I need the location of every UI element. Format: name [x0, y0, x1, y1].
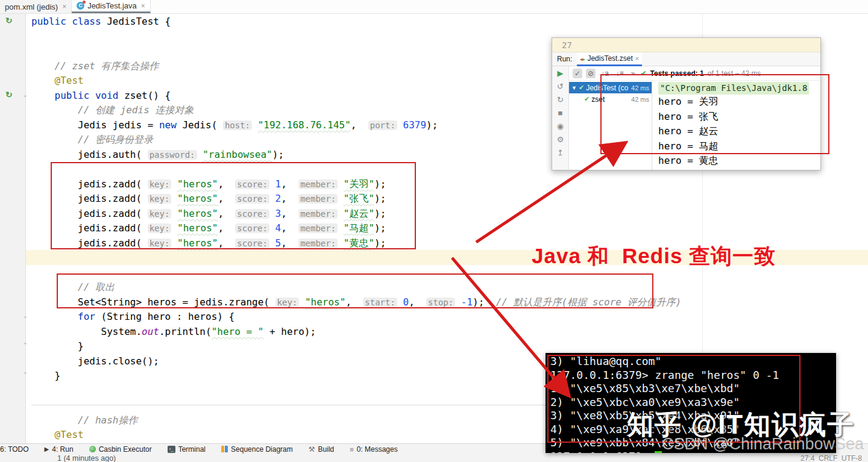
run-config-label: JedisTest.zset: [587, 54, 632, 63]
code-token: // 创建 jedis 连接对象: [31, 104, 193, 116]
statusbar-item-build[interactable]: ⚒Build: [309, 445, 334, 454]
close-icon[interactable]: ×: [141, 2, 145, 10]
stop-icon[interactable]: ■: [558, 108, 563, 118]
test-console[interactable]: "C:\Program Files\Java\jdk1.8 hero = 关羽h…: [652, 81, 820, 170]
fold-marker-icon[interactable]: ⌃: [22, 370, 28, 379]
tab-jedistest-java[interactable]: C JedisTest.java ×: [72, 0, 151, 13]
sequence-icon: [221, 446, 228, 452]
code-token: "rainbowsea": [203, 149, 272, 160]
fold-marker-icon[interactable]: ⌄: [22, 90, 28, 99]
code-token: jedis.zadd(: [31, 193, 148, 204]
console-line: hero = 马超: [658, 139, 820, 154]
console-jdk-path: "C:\Program Files\Java\jdk1.8: [658, 82, 809, 95]
parameter-hint: score:: [235, 223, 269, 233]
statusbar-item-messages[interactable]: ≡0: Messages: [350, 445, 397, 454]
code-token: [171, 208, 177, 219]
statusbar-item-run[interactable]: ▶4: Run: [45, 445, 74, 454]
parameter-hint: score:: [235, 179, 269, 189]
caret-position-encoding: 27:4 CRLF UTF-8: [800, 454, 862, 462]
parameter-hint: key:: [275, 298, 300, 307]
rerun-failed-tests-icon[interactable]: ↺: [557, 81, 564, 92]
code-token: [455, 296, 461, 308]
code-token: [338, 178, 344, 190]
code-token: -1: [461, 296, 473, 308]
sort-alphabetically-icon[interactable]: ↓a: [599, 69, 611, 78]
java-class-icon: C: [77, 2, 84, 10]
code-line: System.out.println("hero = " + hero);: [31, 324, 868, 339]
run-left-toolbar: ▶↺↻■◉⚙↥: [552, 66, 569, 170]
parameter-hint: port:: [368, 120, 397, 130]
code-line: jedis.zadd( key: "heros", score: 2, memb…: [31, 191, 868, 206]
parameter-hint: key:: [148, 239, 172, 248]
code-token: );: [374, 193, 386, 204]
code-token: [269, 237, 275, 249]
console-line: hero = 赵云: [658, 124, 820, 139]
run-icon: ▶: [45, 446, 49, 452]
sort-by-duration-icon[interactable]: ↓≡: [614, 69, 626, 78]
code-token: zset() {: [124, 90, 171, 101]
refresh-icon[interactable]: ↻: [557, 95, 564, 105]
parameter-hint: key:: [148, 223, 172, 233]
statusbar-item-todo[interactable]: 6: TODO: [0, 445, 29, 454]
watermark-csdn: CSDN @ChinaRainbowSea: [662, 435, 864, 454]
parameter-hint: score:: [235, 239, 269, 248]
code-token: // 取出: [31, 281, 115, 293]
test-tree: ▼✔JedisTest (co42 ms✔zset42 ms: [569, 81, 652, 170]
code-token: // hash操作: [31, 414, 138, 426]
statusbar-item-sequence[interactable]: Sequence Diagram: [221, 445, 293, 454]
code-token: ,: [281, 237, 298, 249]
code-token: );: [426, 119, 438, 131]
statusbar-item-terminal[interactable]: ›_Terminal: [168, 445, 206, 454]
casbin-icon: [89, 446, 96, 452]
code-token: // 密码身份登录: [31, 134, 153, 145]
settings-icon[interactable]: ⚙: [557, 134, 564, 145]
code-token: [252, 119, 258, 131]
parameter-hint: host:: [223, 120, 252, 130]
code-token: + hero);: [263, 326, 316, 337]
code-line: jedis.zadd( key: "heros", score: 1, memb…: [31, 176, 868, 192]
fold-marker-icon[interactable]: ⌄: [22, 311, 28, 320]
ide-window: pom.xml (jedis) × C JedisTest.java × ↻↻⌄…: [0, 0, 868, 462]
code-token: );: [374, 222, 386, 234]
messages-icon: ≡: [350, 446, 353, 453]
code-token: ,: [409, 296, 426, 308]
tab-pom-xml[interactable]: pom.xml (jedis) ×: [0, 0, 72, 13]
statusbar-item-casbin[interactable]: Casbin Executor: [89, 445, 152, 454]
run-config-tab[interactable]: ◂▸ JedisTest.zset ×: [577, 52, 642, 66]
show-ignored-icon[interactable]: ⊘: [586, 69, 596, 78]
run-label: Run:: [557, 55, 572, 63]
tab-label: pom.xml (jedis): [5, 2, 58, 11]
fold-marker-icon[interactable]: ⌃: [22, 340, 28, 350]
test-history-icon[interactable]: ◉: [557, 121, 564, 131]
show-passed-icon[interactable]: ✓: [573, 69, 582, 78]
code-token: }: [31, 370, 60, 381]
code-token: jedis.zadd(: [31, 237, 148, 249]
code-token: [171, 193, 177, 204]
statusbar-item-label: Casbin Executor: [99, 445, 152, 454]
code-token: "heros": [177, 178, 218, 190]
statusbar-item-label: Build: [318, 445, 335, 454]
code-token: 5: [275, 237, 281, 249]
test-tree-row[interactable]: ✔zset42 ms: [569, 93, 652, 105]
terminal-line: 1) "\xe5\x85\xb3\xe7\xbe\xbd": [550, 382, 836, 396]
gutter: ↻↻⌄⌄⌃⌃: [0, 14, 26, 443]
junit-config-icon: ◂▸: [580, 54, 585, 63]
rerun-run-icon[interactable]: ▶: [558, 68, 564, 78]
test-tree-row[interactable]: ▼✔JedisTest (co42 ms: [569, 82, 652, 93]
more-actions-icon[interactable]: »: [629, 69, 637, 78]
close-icon[interactable]: ×: [62, 2, 66, 11]
code-token: [171, 178, 177, 190]
code-token: out: [142, 326, 159, 337]
code-token: ,: [281, 208, 298, 219]
terminal-line: 127.0.0.1:6379> zrange "heros" 0 -1: [550, 369, 836, 382]
run-test-method-icon[interactable]: ↻: [5, 90, 13, 99]
code-token: );: [272, 149, 284, 160]
code-token: [269, 222, 275, 234]
run-test-class-icon[interactable]: ↻: [5, 16, 13, 25]
code-line: Set<String> heros = jedis.zrange( key: "…: [31, 295, 868, 310]
expand-arrow-icon[interactable]: ▼: [571, 85, 577, 91]
code-token: ,: [218, 178, 235, 190]
export-icon[interactable]: ↥: [557, 148, 564, 158]
close-icon[interactable]: ×: [635, 55, 639, 62]
code-token: "heros": [177, 208, 218, 219]
